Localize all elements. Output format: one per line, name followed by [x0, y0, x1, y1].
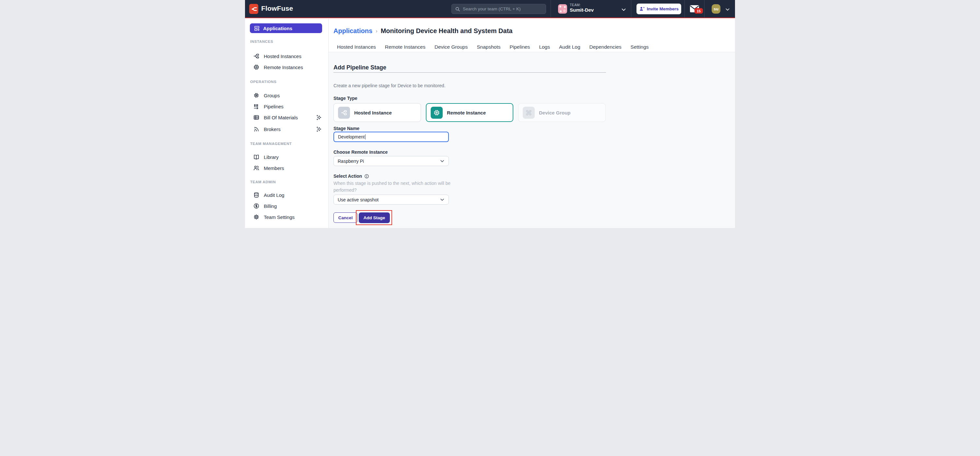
chevron-down-icon — [440, 159, 445, 163]
sidebar-item-label: Library — [264, 155, 279, 160]
sidebar-item-label: Audit Log — [264, 192, 284, 198]
page-title: Monitoring Device Health and System Data — [381, 27, 513, 35]
select-action-help: When this stage is pushed to the next, w… — [334, 180, 454, 193]
groups-icon — [253, 92, 259, 99]
cancel-button[interactable]: Cancel — [334, 212, 358, 223]
stage-type-option-label: Hosted Instance — [354, 110, 392, 115]
stage-type-label: Stage Type — [334, 96, 358, 101]
tab-audit-log[interactable]: Audit Log — [559, 44, 581, 50]
sidebar-item-applications[interactable]: Applications — [250, 23, 322, 33]
sidebar-item-brokers[interactable]: Brokers — [250, 124, 324, 134]
sidebar-item-remote-instances[interactable]: Remote Instances — [250, 62, 324, 72]
stage-type-device-group: Device Group — [518, 103, 606, 122]
breadcrumb-separator: › — [375, 27, 377, 34]
select-action-label: Select Action — [334, 174, 362, 179]
sidebar-section-instances: INSTANCES — [250, 40, 273, 43]
sidebar-item-label: Applications — [263, 26, 292, 31]
device-group-icon — [523, 107, 535, 119]
remote-instances-icon — [253, 64, 259, 70]
sidebar-item-label: Remote Instances — [264, 65, 303, 70]
sidebar-item-label: Bill Of Materials — [264, 115, 298, 120]
pipelines-icon — [253, 103, 259, 110]
sparkles-icon — [316, 126, 322, 132]
remote-instance-chip-icon — [431, 107, 443, 119]
sidebar-item-team-settings[interactable]: Team Settings — [250, 212, 324, 222]
stage-type-option-label: Remote Instance — [447, 110, 486, 115]
team-search[interactable] — [452, 4, 546, 14]
tab-remote-instances[interactable]: Remote Instances — [385, 44, 425, 50]
stage-name-value: Development — [338, 134, 365, 139]
stage-name-label: Stage Name — [334, 126, 360, 131]
sidebar-item-members[interactable]: Members — [250, 163, 324, 173]
tab-hosted-instances[interactable]: Hosted Instances — [337, 44, 376, 50]
invite-members-button[interactable]: Invite Members — [636, 3, 681, 14]
brand-name[interactable]: FlowFuse — [261, 5, 293, 12]
sidebar-section-operations: OPERATIONS — [250, 80, 277, 84]
sidebar-item-label: Team Settings — [264, 214, 294, 220]
library-book-icon — [253, 154, 259, 160]
sidebar: Applications INSTANCES Hosted Instances … — [245, 19, 329, 228]
hosted-instances-icon — [253, 53, 259, 59]
bill-of-materials-icon — [253, 114, 259, 121]
remote-instance-select[interactable]: Raspberry Pi — [334, 156, 449, 166]
sidebar-item-audit-log[interactable]: Audit Log — [250, 190, 324, 200]
sidebar-item-hosted-instances[interactable]: Hosted Instances — [250, 51, 324, 61]
sidebar-item-label: Members — [264, 166, 284, 171]
flowfuse-logo-icon[interactable] — [249, 4, 258, 14]
add-pipeline-stage-form: Add Pipeline Stage Create a new pipeline… — [329, 52, 735, 228]
action-value: Use active snapshot — [338, 197, 379, 202]
top-navbar: FlowFuse TEAM: Sumit-Dev — [245, 0, 735, 18]
stage-type-hosted-instance[interactable]: Hosted Instance — [334, 103, 421, 122]
search-input[interactable] — [463, 6, 542, 11]
breadcrumb-applications-link[interactable]: Applications — [334, 27, 372, 35]
page-header: Applications › Monitoring Device Health … — [329, 19, 735, 52]
sidebar-item-label: Pipelines — [264, 104, 283, 109]
sidebar-section-team-management: TEAM MANAGEMENT — [250, 142, 292, 146]
applications-icon — [254, 25, 260, 32]
team-avatar[interactable] — [558, 4, 567, 14]
tab-settings[interactable]: Settings — [631, 44, 649, 50]
sidebar-item-label: Billing — [264, 203, 277, 209]
tab-bar: Hosted Instances Remote Instances Device… — [337, 44, 649, 50]
breadcrumb: Applications › Monitoring Device Health … — [334, 27, 512, 35]
stage-name-input[interactable]: Development — [334, 132, 449, 142]
topbar-divider — [704, 0, 705, 18]
notification-count-badge[interactable]: 15 — [695, 8, 703, 14]
action-select[interactable]: Use active snapshot — [334, 195, 449, 205]
tab-snapshots[interactable]: Snapshots — [477, 44, 500, 50]
topbar-divider — [550, 0, 551, 18]
team-settings-gear-icon — [253, 214, 259, 220]
info-icon[interactable] — [364, 174, 369, 179]
select-action-label-row: Select Action — [334, 174, 369, 179]
stage-type-remote-instance[interactable]: Remote Instance — [426, 103, 513, 122]
user-plus-icon — [639, 6, 644, 12]
sidebar-item-pipelines[interactable]: Pipelines — [250, 102, 324, 111]
billing-dollar-icon — [253, 203, 259, 209]
tab-device-groups[interactable]: Device Groups — [434, 44, 468, 50]
text-cursor — [365, 134, 366, 139]
members-users-icon — [253, 165, 259, 171]
sidebar-item-label: Groups — [264, 93, 280, 98]
brokers-icon — [253, 126, 259, 132]
tab-pipelines[interactable]: Pipelines — [509, 44, 530, 50]
sidebar-item-bill-of-materials[interactable]: Bill Of Materials — [250, 113, 324, 122]
team-chevron-down-icon[interactable] — [621, 7, 627, 12]
sidebar-item-groups[interactable]: Groups — [250, 91, 324, 100]
tab-dependencies[interactable]: Dependencies — [590, 44, 622, 50]
sidebar-section-team-admin: TEAM ADMIN — [250, 180, 276, 184]
search-icon — [455, 6, 460, 12]
team-name[interactable]: Sumit-Dev — [570, 7, 594, 13]
stage-type-options: Hosted Instance Remote Instance — [334, 103, 606, 122]
topbar-divider — [684, 0, 685, 18]
chevron-down-icon — [440, 197, 445, 202]
user-menu-chevron-down-icon[interactable] — [725, 7, 730, 12]
form-title: Add Pipeline Stage — [334, 64, 386, 71]
sidebar-item-billing[interactable]: Billing — [250, 201, 324, 211]
sidebar-item-label: Brokers — [264, 126, 281, 132]
tab-logs[interactable]: Logs — [539, 44, 550, 50]
user-avatar[interactable]: su — [712, 4, 721, 14]
sidebar-item-label: Hosted Instances — [264, 54, 301, 59]
sidebar-item-library[interactable]: Library — [250, 152, 324, 162]
team-label: TEAM: — [570, 3, 581, 7]
add-stage-button[interactable]: Add Stage — [359, 212, 390, 223]
